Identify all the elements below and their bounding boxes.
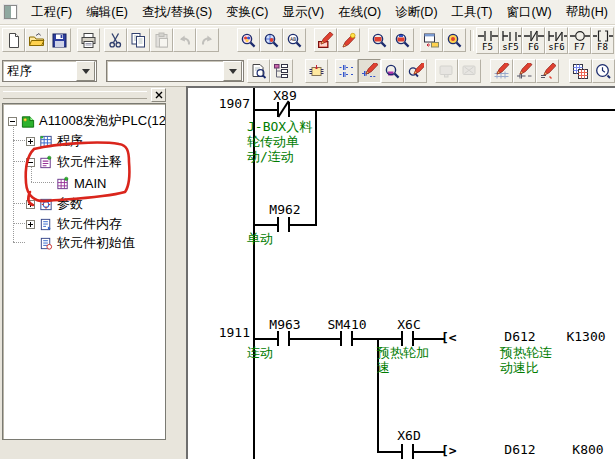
save-project-button[interactable] (48, 28, 71, 52)
device-label-x6c: X6C (392, 317, 426, 332)
menu-item-6[interactable]: 诊断(D) (388, 0, 444, 25)
magnifier-colored-icon (240, 32, 257, 49)
mdi-child-window-icon[interactable] (4, 5, 17, 19)
device-comment-m963: 连动 (247, 345, 287, 360)
main-toolbar: F5sF5F6sF6F7F8 AB (0, 25, 615, 58)
contact-m962-no[interactable] (277, 217, 290, 232)
entry-monitor-button[interactable] (592, 59, 615, 83)
ladder-key-f7[interactable]: F7 (568, 27, 591, 54)
comment-display-button[interactable] (358, 59, 381, 83)
contact-x89-nc[interactable] (277, 102, 290, 117)
ladder-key-sf5[interactable]: sF5 (499, 27, 522, 54)
project-data-list-button[interactable] (270, 59, 293, 83)
comment-file-icon (55, 176, 71, 191)
contact-m963-no[interactable] (277, 331, 290, 346)
menu-item-9[interactable]: 帮助(H) (559, 0, 615, 25)
ladder-key-f6[interactable]: F6 (522, 27, 545, 54)
expand-icon[interactable] (26, 137, 35, 146)
find-device-button[interactable] (237, 28, 260, 52)
menu-item-1[interactable]: 编辑(E) (79, 0, 135, 25)
tree-connector (13, 223, 25, 224)
toolbar-group (420, 28, 466, 52)
contact-sm410-no[interactable] (340, 331, 353, 346)
device-comment-x6c: 预热轮加 速 (377, 345, 437, 375)
menu-item-4[interactable]: 显示(V) (275, 0, 331, 25)
device-label-x6d: X6D (392, 428, 426, 443)
undo-button (173, 28, 196, 52)
device-monitor-button[interactable] (391, 28, 414, 52)
filter-select[interactable] (106, 60, 244, 82)
tree-item-main[interactable]: MAIN (55, 174, 107, 192)
statement-display-button[interactable] (381, 59, 404, 83)
device-init-icon (38, 236, 54, 251)
menu-item-5[interactable]: 在线(O) (331, 0, 388, 25)
monitor-ghost-icon (438, 63, 455, 80)
cut-button[interactable] (104, 28, 127, 52)
find-string-button[interactable]: AB (283, 28, 306, 52)
clock-icon (595, 63, 612, 80)
comment-edit-button[interactable] (490, 59, 513, 83)
logic-test-button[interactable] (305, 59, 328, 83)
tree-item-label: 参数 (57, 195, 83, 213)
contact-x6d-no[interactable] (401, 444, 414, 459)
operand-d612[interactable]: D612 (500, 329, 540, 344)
statement-edit-button[interactable] (513, 59, 536, 83)
copy-button[interactable] (127, 28, 150, 52)
note-display-button[interactable] (404, 59, 427, 83)
open-project-button[interactable] (25, 28, 48, 52)
tree-item-device-memory[interactable]: 软元件内存 (26, 215, 122, 233)
print-button[interactable] (77, 28, 100, 52)
tree-item-program[interactable]: 程序 (26, 132, 83, 150)
application-icon (593, 30, 613, 42)
tree-connector (31, 182, 54, 183)
tree-item-device-comment[interactable]: 软元件注释 (26, 153, 122, 171)
monitor-mode-button[interactable] (368, 28, 391, 52)
ladder-display-button[interactable] (335, 59, 358, 83)
write-mode-button[interactable] (314, 28, 337, 52)
program-check-button[interactable] (443, 28, 466, 52)
program-select[interactable]: 程序 (2, 60, 97, 82)
chevron-down-icon[interactable] (76, 61, 95, 81)
panel-grip[interactable] (3, 91, 147, 99)
coil-icon (570, 30, 590, 42)
ladder-key-f8[interactable]: F8 (591, 27, 614, 54)
close-icon (155, 91, 163, 99)
transfer-setup-button[interactable] (420, 28, 443, 52)
find-contact-button[interactable] (260, 28, 283, 52)
monitor-write-mode-button[interactable] (337, 28, 360, 52)
tree-item-parameter[interactable]: 参数 (26, 195, 83, 213)
magnifier-purple-icon (384, 63, 401, 80)
collapse-icon[interactable] (8, 117, 17, 126)
tree-connector (13, 242, 25, 243)
magnifier-pencil-icon (407, 63, 424, 80)
contact-x6c-no[interactable] (401, 331, 414, 346)
menu-item-2[interactable]: 查找/替换(S) (135, 0, 219, 25)
expand-icon[interactable] (26, 220, 35, 229)
operand-d612-2[interactable]: D612 (500, 442, 540, 457)
operand-k800[interactable]: K800 (567, 442, 609, 457)
ladder-editor[interactable]: 1907 X89 J-BOX入料 轮传动单 动/连动 M962 单动 1911 … (186, 86, 615, 459)
open-folder-icon (28, 32, 45, 49)
panel-close-button[interactable] (151, 88, 166, 102)
chevron-down-icon[interactable] (223, 61, 242, 81)
menu-item-7[interactable]: 工具(T) (445, 0, 500, 25)
compare-instruction-open[interactable]: [> (441, 443, 457, 458)
compare-instruction-open[interactable]: [< (441, 330, 457, 345)
note-edit-button[interactable] (536, 59, 559, 83)
device-memory-button[interactable] (569, 59, 592, 83)
secondary-toolbar: 程序 (0, 57, 615, 87)
pencil-chip-icon (317, 32, 334, 49)
tree-item-device-init[interactable]: 软元件初始值 (26, 234, 135, 252)
collapse-icon[interactable] (26, 158, 35, 167)
ladder-key-sf6[interactable]: sF6 (545, 27, 568, 54)
operand-k1300[interactable]: K1300 (562, 329, 610, 344)
menu-item-0[interactable]: 工程(F) (24, 0, 79, 25)
new-project-button[interactable] (2, 28, 25, 52)
device-comment-d612: 预热轮连 动速比 (500, 345, 564, 375)
tree-item-project-root[interactable]: A11008发泡炉PLC(120 (8, 112, 166, 130)
ladder-key-f5[interactable]: F5 (476, 27, 499, 54)
comment-search-button[interactable] (247, 59, 270, 83)
menu-item-8[interactable]: 窗口(W) (500, 0, 559, 25)
menu-item-3[interactable]: 变换(C) (219, 0, 275, 25)
expand-icon[interactable] (26, 200, 35, 209)
